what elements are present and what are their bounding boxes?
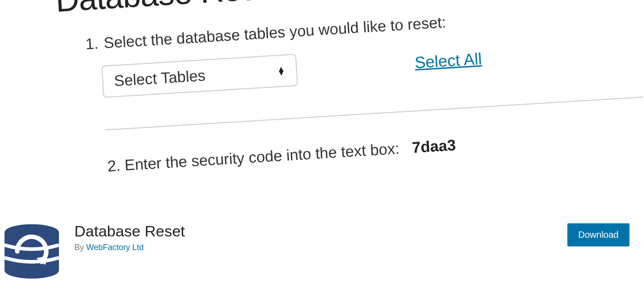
svg-point-2 (5, 262, 59, 279)
tables-select-value: Select Tables (113, 67, 206, 90)
download-button[interactable]: Download (567, 223, 629, 246)
security-code: 7daa3 (411, 136, 456, 156)
select-all-link[interactable]: Select All (414, 49, 482, 72)
plugin-header: Database Reset By WebFactory Ltd Downloa… (0, 210, 644, 283)
step-two-number: 2. (107, 157, 121, 175)
step-two: 2. Enter the security code into the text… (107, 124, 644, 175)
sort-caret-icon: ▲ ▼ (277, 67, 286, 75)
step-one-number: 1. (85, 34, 99, 53)
byline-prefix: By (74, 243, 86, 252)
tables-select[interactable]: Select Tables ▲ ▼ (101, 54, 298, 98)
plugin-name: Database Reset (74, 222, 556, 240)
plugin-author-link[interactable]: WebFactory Ltd (86, 243, 144, 252)
plugin-icon (0, 220, 63, 283)
step-one-text: Select the database tables you would lik… (103, 13, 447, 52)
divider (105, 96, 643, 130)
hero-screenshot: Database Reset 1. Select the database ta… (0, 0, 644, 210)
plugin-byline: By WebFactory Ltd (74, 243, 556, 252)
step-two-text: Enter the security code into the text bo… (124, 140, 400, 173)
